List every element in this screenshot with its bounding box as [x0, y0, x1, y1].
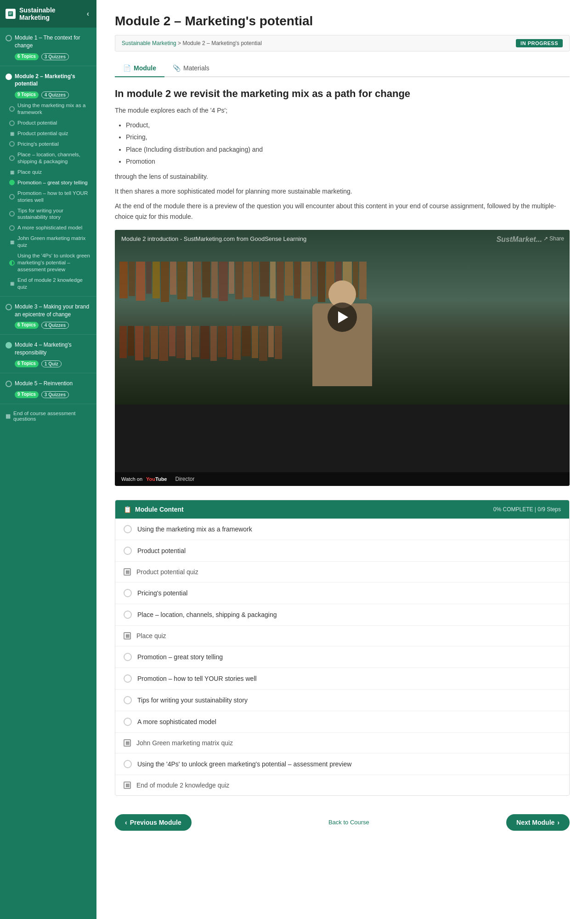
share-icon[interactable]: ↗ Share: [543, 235, 564, 242]
sidebar-item-product-potential[interactable]: Product potential: [0, 118, 96, 128]
module1-topics: 6 Topics: [15, 53, 39, 60]
topic-label-product-quiz: Product potential quiz: [17, 130, 68, 137]
sidebar-item-end-quiz[interactable]: ▦ End of module 2 knowledge quiz: [0, 275, 96, 292]
body-text1: through the lens of sustainability.: [115, 171, 570, 182]
tab-materials-icon: 📎: [173, 64, 181, 72]
breadcrumb-course[interactable]: Sustainable Marketing: [122, 40, 176, 46]
video-watermark: SustMarket...: [496, 235, 542, 244]
module1-title: Module 1 – The context for change: [15, 34, 91, 50]
breadcrumb-module: Module 2 – Marketing's potential: [182, 40, 261, 46]
breadcrumb: Sustainable Marketing > Module 2 – Marke…: [122, 40, 262, 46]
tab-module[interactable]: 📄 Module: [115, 60, 164, 77]
module3-circle: [6, 304, 12, 310]
tab-module-label: Module: [134, 64, 156, 72]
module5-title: Module 5 – Reinvention: [15, 380, 73, 388]
topic-label-4ps: Using the '4Ps' to unlock green marketin…: [17, 252, 91, 273]
content-item-5[interactable]: ▦ Place quiz: [115, 626, 569, 646]
sidebar-item-4ps-assessment[interactable]: Using the '4Ps' to unlock green marketin…: [0, 251, 96, 275]
module1-meta: 6 Topics 3 Quizzes: [0, 52, 96, 62]
sidebar-item-using-mix[interactable]: Using the marketing mix as a framework: [0, 100, 96, 118]
tab-module-icon: 📄: [123, 64, 131, 72]
module2-topics: 9 Topics: [15, 91, 39, 98]
content-header-icon: 📋: [124, 506, 131, 513]
content-label-9: A more sophisticated model: [137, 718, 216, 725]
topic-label-place: Place – location, channels, shipping & p…: [17, 151, 91, 165]
video-container[interactable]: Module 2 introduction - SustMarketing.co…: [115, 230, 570, 486]
module4-topics: 6 Topics: [15, 360, 39, 367]
content-item-2[interactable]: ▦ Product potential quiz: [115, 562, 569, 582]
content-item-10[interactable]: ▦ John Green marketing matrix quiz: [115, 733, 569, 753]
content-label-10: John Green marketing matrix quiz: [136, 739, 233, 747]
content-circle-12: ▦: [124, 782, 131, 789]
sidebar-item-promotion-story[interactable]: Promotion – great story telling: [0, 177, 96, 188]
topic-dot-tips: [9, 211, 15, 217]
breadcrumb-separator: >: [178, 40, 182, 46]
content-circle-7: [124, 674, 132, 683]
module3-topics: 6 Topics: [15, 322, 39, 329]
content-label-7: Promotion – how to tell YOUR stories wel…: [137, 675, 257, 682]
sidebar-item-sophisticated[interactable]: A more sophisticated model: [0, 223, 96, 233]
tab-materials-label: Materials: [183, 64, 209, 72]
content-item-8[interactable]: Tips for writing your sustainability sto…: [115, 690, 569, 711]
content-item-12[interactable]: ▦ End of module 2 knowledge quiz: [115, 775, 569, 795]
status-badge: IN PROGRESS: [516, 39, 563, 47]
sidebar-module-5: Module 5 – Reinvention 9 Topics 3 Quizze…: [0, 373, 96, 404]
topic-dot-pricing: [9, 141, 15, 147]
topic-dot-product-potential: [9, 120, 15, 126]
content-item-4[interactable]: Place – location, channels, shipping & p…: [115, 604, 569, 626]
sidebar-item-product-quiz[interactable]: ▦ Product potential quiz: [0, 128, 96, 139]
topic-label-john-quiz: John Green marketing matrix quiz: [17, 235, 91, 249]
sidebar-item-promotion-yours[interactable]: Promotion – how to tell YOUR stories wel…: [0, 188, 96, 205]
sidebar-header: Sustainable Marketing ‹: [0, 0, 96, 28]
content-label-4: Place – location, channels, shipping & p…: [137, 611, 277, 618]
next-module-button[interactable]: Next Module ›: [506, 814, 570, 831]
module1-circle: [6, 35, 12, 41]
sidebar-toggle[interactable]: ‹: [85, 9, 91, 19]
content-item-3[interactable]: Pricing's potential: [115, 582, 569, 604]
module5-circle: [6, 381, 12, 387]
sidebar-item-place[interactable]: Place – location, channels, shipping & p…: [0, 149, 96, 167]
tab-materials[interactable]: 📎 Materials: [164, 60, 218, 77]
quiz-icon-product: ▦: [9, 131, 15, 136]
quiz-icon-john: ▦: [9, 239, 15, 245]
end-assessment-link[interactable]: ▦ End of course assessment questions: [6, 409, 91, 423]
module2-header[interactable]: Module 2 – Marketing's potential: [0, 70, 96, 91]
play-button[interactable]: [328, 303, 357, 332]
content-label-2: Product potential quiz: [136, 568, 198, 576]
prev-arrow-icon: ‹: [125, 819, 127, 826]
sidebar-item-tips[interactable]: Tips for writing your sustainability sto…: [0, 205, 96, 223]
content-item-6[interactable]: Promotion – great story telling: [115, 646, 569, 668]
module4-header[interactable]: Module 4 – Marketing's responsibility: [0, 338, 96, 360]
topic-dot-promotion-story: [9, 180, 15, 185]
sidebar-module-1: Module 1 – The context for change 6 Topi…: [0, 28, 96, 66]
sidebar-item-john-quiz[interactable]: ▦ John Green marketing matrix quiz: [0, 233, 96, 251]
module4-quizzes: 1 Quiz: [41, 360, 62, 367]
content-circle-2: ▦: [124, 568, 131, 576]
content-circle-4: [124, 611, 132, 619]
sidebar-item-pricing[interactable]: Pricing's potential: [0, 139, 96, 149]
bullet-pricing: Pricing,: [126, 132, 570, 142]
content-item-0[interactable]: Using the marketing mix as a framework: [115, 519, 569, 540]
topic-label-end-quiz: End of module 2 knowledge quiz: [17, 277, 91, 291]
module3-header[interactable]: Module 3 – Making your brand an epicentr…: [0, 300, 96, 321]
content-item-9[interactable]: A more sophisticated model: [115, 711, 569, 733]
sidebar: Sustainable Marketing ‹ Module 1 – The c…: [0, 0, 96, 919]
content-circle-10: ▦: [124, 739, 131, 747]
back-to-course-link[interactable]: Back to Course: [328, 819, 369, 826]
module1-header[interactable]: Module 1 – The context for change: [0, 31, 96, 52]
bullet-list: Product, Pricing, Place (Including distr…: [126, 120, 570, 167]
content-item-11[interactable]: Using the '4Ps' to unlock green marketin…: [115, 753, 569, 775]
module5-quizzes: 3 Quizzes: [41, 391, 69, 398]
content-circle-1: [124, 547, 132, 555]
content-item-1[interactable]: Product potential: [115, 540, 569, 562]
module5-header[interactable]: Module 5 – Reinvention: [0, 377, 96, 390]
prev-module-button[interactable]: ‹ Previous Module: [115, 814, 192, 831]
sidebar-item-place-quiz[interactable]: ▦ Place quiz: [0, 167, 96, 177]
quiz-icon-end: ▦: [9, 281, 15, 286]
topic-dot-place: [9, 155, 15, 161]
bullet-promotion: Promotion: [126, 156, 570, 166]
module4-title: Module 4 – Marketing's responsibility: [15, 341, 91, 357]
content-item-7[interactable]: Promotion – how to tell YOUR stories wel…: [115, 668, 569, 690]
assessment-icon: ▦: [6, 413, 11, 419]
module-content-progress: 0% COMPLETE | 0/9 Steps: [493, 506, 561, 513]
